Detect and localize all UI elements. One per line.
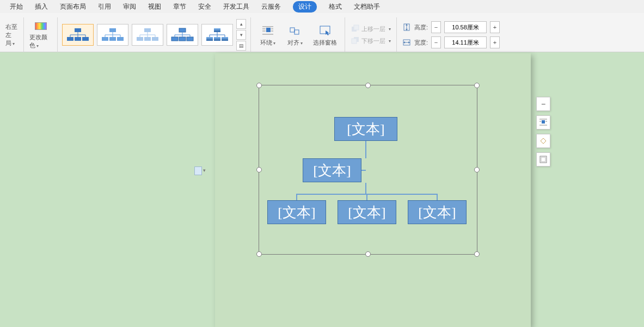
resize-handle-tr[interactable] (474, 83, 480, 88)
svg-rect-27 (179, 28, 186, 32)
tab-insert[interactable]: 插入 (35, 2, 48, 11)
float-collapse-button[interactable]: − (536, 97, 550, 111)
tab-review[interactable]: 审阅 (123, 2, 136, 11)
svg-rect-29 (179, 37, 186, 41)
height-label: 高度: (414, 23, 428, 32)
align-label: 对齐 (287, 39, 299, 46)
resize-handle-br[interactable] (474, 251, 480, 257)
resize-handle-l[interactable] (256, 167, 262, 172)
tab-design[interactable]: 设计 (293, 1, 317, 13)
svg-rect-36 (214, 28, 220, 32)
height-input[interactable] (444, 21, 487, 33)
layout-icon (539, 137, 548, 145)
smartart-style-gallery: ▴ ▾ ▤ (58, 17, 251, 52)
svg-rect-20 (144, 37, 151, 41)
height-dec[interactable]: − (431, 21, 441, 33)
float-border-button[interactable] (536, 152, 550, 166)
rtl-label-1: 右至左 (5, 23, 18, 39)
document-page[interactable]: ▾ [文本] [文本] [文本] [文本] [文本] − (215, 53, 531, 327)
tab-security[interactable]: 安全 (198, 2, 211, 11)
svg-rect-52 (290, 28, 295, 32)
selection-pane-label: 选择窗格 (313, 39, 337, 46)
resize-handle-r[interactable] (474, 167, 480, 172)
width-dec[interactable]: − (431, 36, 441, 48)
wrap-icon (255, 23, 280, 39)
palette-icon (35, 20, 47, 32)
svg-rect-10 (102, 37, 108, 41)
gallery-item-4[interactable] (167, 24, 198, 46)
svg-rect-38 (214, 37, 220, 41)
svg-marker-68 (541, 138, 546, 144)
ribbon: 右至左 局▾ 更改颜色▾ ▴ ▾ ▤ (0, 13, 644, 52)
selection-frame[interactable] (259, 85, 477, 255)
width-input[interactable] (444, 36, 487, 48)
svg-rect-56 (354, 25, 359, 30)
svg-rect-45 (266, 28, 271, 32)
resize-handle-bl[interactable] (256, 251, 262, 257)
align-button[interactable]: 对齐▾ (283, 23, 308, 47)
align-icon (283, 23, 308, 39)
tab-view[interactable]: 视图 (148, 2, 161, 11)
svg-rect-2 (75, 37, 81, 41)
change-color-button[interactable]: 更改颜色▾ (24, 17, 58, 52)
send-backward-label: 下移一层 (361, 37, 385, 45)
gallery-item-2[interactable] (97, 24, 128, 46)
svg-rect-3 (82, 37, 89, 41)
gallery-more[interactable]: ▤ (236, 41, 246, 51)
paste-options-icon[interactable] (194, 166, 202, 175)
svg-rect-21 (152, 37, 158, 41)
height-inc[interactable]: + (490, 21, 500, 33)
gallery-down[interactable]: ▾ (236, 30, 246, 40)
wrap-icon (539, 118, 548, 127)
size-group: 高度: − + 宽度: − + (397, 17, 505, 52)
tab-chapter[interactable]: 章节 (173, 2, 186, 11)
tab-pagelayout[interactable]: 页面布局 (60, 2, 86, 11)
bring-forward-button[interactable]: 上移一层▾ (351, 24, 391, 33)
rtl-group[interactable]: 右至左 局▾ (0, 17, 24, 52)
gallery-item-5[interactable] (201, 24, 233, 46)
svg-rect-58 (352, 39, 357, 44)
height-icon (402, 23, 411, 32)
svg-rect-9 (109, 28, 116, 32)
resize-handle-b[interactable] (365, 251, 371, 257)
svg-rect-37 (206, 37, 213, 41)
send-backward-button[interactable]: 下移一层▾ (351, 36, 391, 45)
svg-rect-11 (109, 37, 116, 41)
tab-format[interactable]: 格式 (329, 2, 342, 11)
resize-handle-tl[interactable] (256, 83, 262, 88)
width-icon (402, 38, 411, 47)
svg-rect-70 (541, 157, 545, 162)
svg-rect-63 (542, 120, 545, 124)
text-wrap-button[interactable]: 环绕▾ (255, 23, 280, 47)
gallery-up[interactable]: ▴ (236, 19, 246, 29)
svg-rect-18 (144, 28, 151, 32)
rtl-label-2: 局▾ (5, 39, 15, 47)
arrange-tools: 环绕▾ 对齐▾ 选择窗格 (251, 17, 345, 52)
selection-pane-icon (310, 23, 340, 39)
tab-cloud[interactable]: 云服务 (261, 2, 281, 11)
svg-rect-30 (187, 37, 193, 41)
gallery-scroll: ▴ ▾ ▤ (236, 19, 246, 51)
tab-devtools[interactable]: 开发工具 (223, 2, 249, 11)
bring-forward-label: 上移一层 (361, 25, 385, 33)
tab-dochelper[interactable]: 文档助手 (354, 2, 380, 11)
object-float-toolbar: − (536, 97, 550, 166)
z-order-group: 上移一层▾ 下移一层▾ (345, 17, 397, 52)
float-layout-button[interactable] (536, 134, 550, 148)
gallery-item-1[interactable] (62, 24, 94, 46)
svg-rect-0 (75, 28, 81, 32)
tab-start[interactable]: 开始 (10, 2, 23, 11)
workspace: ▾ [文本] [文本] [文本] [文本] [文本] − (0, 52, 644, 327)
svg-rect-28 (171, 37, 178, 41)
float-wrap-button[interactable] (536, 115, 550, 129)
paste-options-caret[interactable]: ▾ (203, 168, 206, 173)
wrap-label: 环绕 (260, 39, 272, 46)
selection-pane-button[interactable]: 选择窗格 (310, 23, 340, 47)
svg-rect-19 (137, 37, 143, 41)
resize-handle-t[interactable] (365, 83, 371, 88)
tab-reference[interactable]: 引用 (98, 2, 111, 11)
gallery-item-3[interactable] (132, 24, 163, 46)
svg-rect-1 (67, 37, 73, 41)
border-icon (539, 155, 548, 164)
width-inc[interactable]: + (490, 36, 500, 48)
